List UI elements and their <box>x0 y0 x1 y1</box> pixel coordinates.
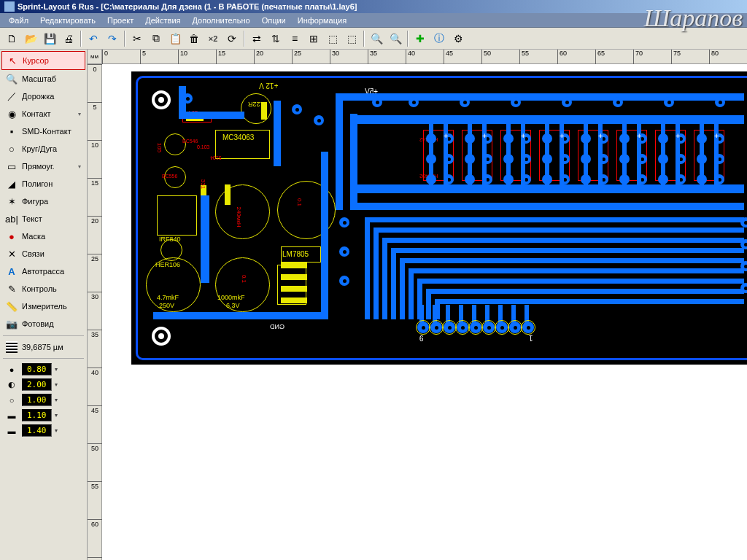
open-icon[interactable]: 📂 <box>22 30 39 47</box>
undo-icon[interactable]: ↶ <box>85 30 102 47</box>
param-row[interactable]: ▬1.40▾ <box>1 423 85 438</box>
menu-project[interactable]: Проект <box>101 15 139 26</box>
silk-inductor <box>215 184 270 239</box>
tool-icon: 🔍 <box>6 73 18 85</box>
group-icon[interactable]: ⬚ <box>324 30 341 47</box>
tool-курсор[interactable]: ↖Курсор <box>1 51 85 70</box>
silk-ring <box>495 320 509 335</box>
tool-icon: 📷 <box>6 318 18 330</box>
align-icon[interactable]: ≡ <box>286 30 303 47</box>
new-icon[interactable]: 🗋 <box>3 30 20 47</box>
board-area[interactable]: +12 V +5V 0.22R MC34063 IRF840 HER106 LM… <box>102 64 747 560</box>
ungroup-icon[interactable]: ⬚ <box>343 30 360 47</box>
tool-label: Круг/Дуга <box>22 144 57 153</box>
via <box>740 217 747 228</box>
tool-label: Дорожка <box>22 92 54 101</box>
ruler-tick: 80 <box>709 50 719 64</box>
canvas[interactable]: мм 05101520253035404550556065707580 0510… <box>88 50 747 560</box>
ruler-tick: 45 <box>444 50 453 64</box>
trace <box>321 152 328 319</box>
tool-связи[interactable]: ✕Связи <box>1 245 85 262</box>
crosshair-icon[interactable]: ✚ <box>411 30 429 47</box>
tool-label: Полигон <box>22 179 53 188</box>
tool-icon: 📏 <box>6 300 18 312</box>
via <box>664 97 674 107</box>
via <box>460 97 470 107</box>
tool-smd-контакт[interactable]: ▪SMD-Контакт <box>1 122 85 140</box>
mirror-h-icon[interactable]: ⇄ <box>248 30 266 47</box>
trace <box>429 115 433 188</box>
trace <box>350 114 357 209</box>
via <box>314 115 324 125</box>
ruler-vertical: 0510152025303540455055606570 <box>88 64 102 560</box>
trace <box>336 93 744 101</box>
tool-дорожка[interactable]: ／Дорожка <box>1 88 85 105</box>
tool-текст[interactable]: ab|Текст <box>1 210 85 228</box>
param-row[interactable]: ▬1.10▾ <box>1 408 85 423</box>
trace <box>598 115 603 188</box>
tool-label: Контакт <box>22 109 51 118</box>
param-row[interactable]: ●0.80▾ <box>1 362 85 377</box>
tool-фигура[interactable]: ✶Фигура <box>1 192 85 210</box>
silk-label: 0.22R <box>248 101 266 108</box>
save-icon[interactable]: 💾 <box>41 30 58 47</box>
ruler-tick: 5 <box>140 50 146 64</box>
tool-icon: ▭ <box>6 160 18 172</box>
tool-маска[interactable]: ●Маска <box>1 228 85 245</box>
snap-icon[interactable]: ⊞ <box>305 30 322 47</box>
zoomarea-icon[interactable]: 🔍 <box>387 30 404 47</box>
param-row[interactable]: ○1.00▾ <box>1 392 85 408</box>
drc-icon[interactable]: ⚙ <box>449 30 467 47</box>
mirror-v-icon[interactable]: ⇅ <box>267 30 285 47</box>
silk-value: 240мкН <box>236 206 242 227</box>
tool-label: Измеритель <box>22 302 67 311</box>
copy-icon[interactable]: ⧉ <box>147 30 165 47</box>
trace <box>374 228 744 233</box>
silk-ring <box>468 320 483 335</box>
trace <box>661 115 665 188</box>
param-row[interactable]: ◐2.00▾ <box>1 377 85 392</box>
tool-icon: ✕ <box>6 248 18 260</box>
delete-icon[interactable]: 🗑 <box>185 30 203 47</box>
silk-label: 4.7mkF <box>157 294 179 301</box>
grid-setting[interactable]: 39,6875 µм <box>1 339 85 355</box>
menu-actions[interactable]: Действия <box>139 15 186 26</box>
menu-edit[interactable]: Редактировать <box>34 15 101 26</box>
polarity-mark: + <box>560 131 564 140</box>
redo-icon[interactable]: ↷ <box>104 30 121 47</box>
rotate-icon[interactable]: ⟳ <box>223 30 241 47</box>
info-icon[interactable]: ⓘ <box>430 30 448 47</box>
tool-контроль[interactable]: ✎Контроль <box>1 280 85 298</box>
chevron-down-icon: ▾ <box>55 381 58 388</box>
tool-label: Контроль <box>22 284 57 293</box>
trace <box>382 238 744 243</box>
chevron-down-icon: ▾ <box>55 397 58 403</box>
ruler-tick: 10 <box>178 50 187 64</box>
trace <box>336 93 343 210</box>
menu-info[interactable]: Информация <box>292 15 352 26</box>
menu-file[interactable]: Файл <box>3 15 34 26</box>
tool-измеритель[interactable]: 📏Измеритель <box>1 298 85 315</box>
tool-прямоуг.[interactable]: ▭Прямоуг.▾ <box>1 158 85 175</box>
paste-icon[interactable]: 📋 <box>166 30 184 47</box>
trace <box>444 115 448 188</box>
tool-автотрасса[interactable]: AАвтотрасса <box>1 262 85 280</box>
menu-extra[interactable]: Дополнительно <box>186 15 255 26</box>
trace <box>391 248 396 319</box>
ruler-tick: 50 <box>481 50 491 64</box>
tool-масштаб[interactable]: 🔍Масштаб <box>1 70 85 88</box>
trace <box>382 238 387 319</box>
tool-контакт[interactable]: ◉Контакт▾ <box>1 105 85 122</box>
tool-круг/дуга[interactable]: ○Круг/Дуга <box>1 140 85 158</box>
print-icon[interactable]: 🖨 <box>60 30 77 47</box>
silk-label: 1 <box>529 334 533 342</box>
tool-полигон[interactable]: ◢Полигон <box>1 175 85 192</box>
tool-icon: ✶ <box>6 195 18 207</box>
cut-icon[interactable]: ✂ <box>128 30 146 47</box>
zoom-x2-button[interactable]: ×2 <box>204 30 222 47</box>
tool-фотовид[interactable]: 📷Фотовид <box>1 315 85 332</box>
pcb-board[interactable]: +12 V +5V 0.22R MC34063 IRF840 HER106 LM… <box>131 71 747 365</box>
ruler-tick: 55 <box>88 481 102 490</box>
zoomfit-icon[interactable]: 🔍 <box>368 30 385 47</box>
menu-options[interactable]: Опции <box>256 15 292 26</box>
